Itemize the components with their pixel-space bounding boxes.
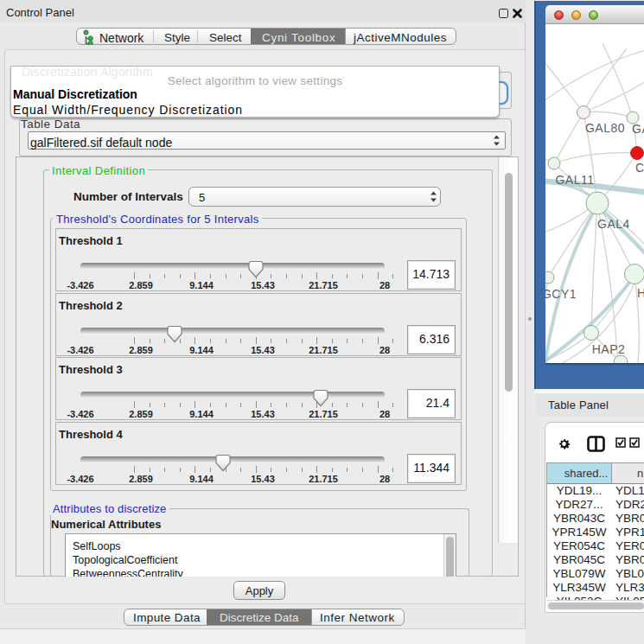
svg-text:HA: HA	[637, 286, 644, 300]
svg-text:HAP2: HAP2	[592, 342, 626, 356]
svg-text:GAL11: GAL11	[555, 173, 594, 187]
svg-text:GA: GA	[632, 122, 644, 136]
svg-text:GCY1: GCY1	[545, 287, 577, 301]
svg-text:C: C	[635, 161, 644, 175]
svg-text:GAL80: GAL80	[585, 121, 625, 135]
svg-text:GAL4: GAL4	[597, 217, 630, 231]
